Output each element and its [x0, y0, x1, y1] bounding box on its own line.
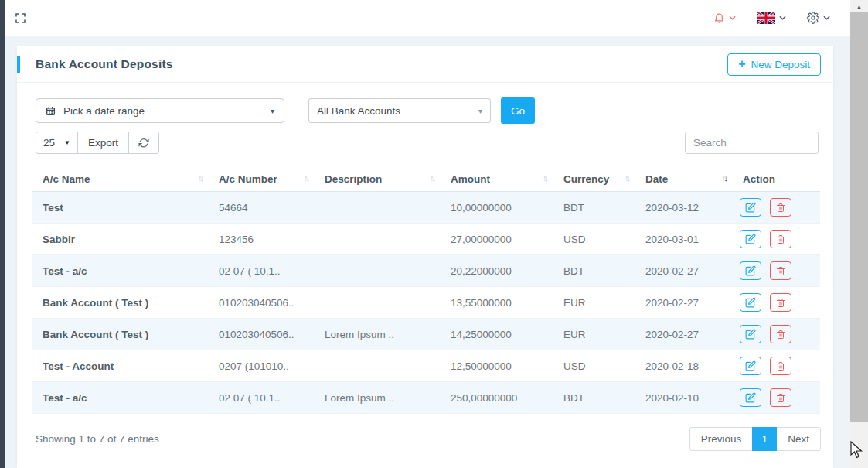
deposits-card: Bank Account Deposits + New Deposit Pick…	[17, 46, 833, 468]
sort-arrows-icon: ↑↓	[722, 173, 726, 183]
export-button[interactable]: Export	[77, 132, 129, 154]
edit-button[interactable]	[740, 325, 761, 343]
column-header-a-c-name[interactable]: A/c Name↑↓	[32, 166, 208, 192]
cell-actions	[732, 319, 820, 350]
delete-button[interactable]	[770, 388, 791, 407]
edit-button[interactable]	[740, 388, 761, 407]
cell-amount: 20,22000000	[440, 255, 553, 287]
cell-description	[314, 287, 440, 319]
delete-button[interactable]	[770, 357, 791, 375]
trash-icon	[776, 361, 785, 371]
fullscreen-toggle-button[interactable]	[15, 13, 26, 23]
delete-button[interactable]	[770, 325, 791, 343]
cell-actions	[732, 350, 820, 382]
column-header-action: Action	[732, 166, 820, 192]
delete-button[interactable]	[770, 293, 791, 312]
cell-description: Lorem Ipsum ..	[314, 319, 440, 350]
sort-arrows-icon: ↑↓	[304, 173, 308, 183]
content-area: Bank Account Deposits + New Deposit Pick…	[5, 36, 850, 468]
next-page-button[interactable]: Next	[776, 427, 821, 451]
edit-icon	[745, 234, 756, 244]
cell-name: Test - a/c	[32, 255, 208, 287]
bank-account-select[interactable]: All Bank Accounts ▾	[308, 98, 491, 123]
cell-description	[314, 192, 440, 224]
column-header-date[interactable]: Date↑↓	[635, 166, 732, 192]
cell-number: 02 07 ( 10.1..	[208, 255, 314, 287]
notifications-dropdown[interactable]	[713, 12, 736, 24]
cell-number: 010203040506..	[208, 319, 314, 350]
cell-description	[314, 255, 440, 287]
trash-icon	[776, 266, 785, 276]
vertical-scrollbar[interactable]: ▲	[850, 0, 868, 468]
plus-icon: +	[738, 58, 745, 70]
edit-icon	[745, 329, 756, 340]
caret-down-icon: ▼	[64, 139, 70, 146]
bank-account-selected-value: All Bank Accounts	[317, 105, 400, 117]
table-row: Bank Account ( Test )010203040506..13,55…	[32, 287, 820, 319]
cell-description	[314, 224, 440, 255]
edit-icon	[745, 392, 756, 403]
edit-button[interactable]	[740, 293, 761, 312]
delete-button[interactable]	[770, 198, 791, 217]
delete-button[interactable]	[770, 261, 791, 280]
cell-name: Bank Account ( Test )	[32, 287, 208, 319]
caret-down-icon: ▾	[478, 107, 482, 115]
deposits-table-wrap: A/c Name↑↓A/c Number↑↓Description↑↓Amoun…	[32, 166, 820, 414]
edit-icon	[745, 265, 756, 276]
table-row: Bank Account ( Test )010203040506..Lorem…	[32, 319, 820, 350]
cell-number: 02 07 ( 10.1..	[208, 382, 314, 414]
delete-button[interactable]	[770, 230, 791, 248]
go-button[interactable]: Go	[501, 97, 535, 124]
new-deposit-button[interactable]: + New Deposit	[727, 53, 821, 76]
table-row: Test - Account0207 (101010..12,50000000U…	[32, 350, 820, 382]
cell-description: Lorem Ipsum ..	[314, 382, 440, 414]
cell-actions	[732, 224, 820, 255]
cell-amount: 27,00000000	[440, 224, 553, 255]
uk-flag-icon	[757, 12, 775, 24]
column-header-amount[interactable]: Amount↑↓	[440, 166, 553, 192]
cell-name: Sabbir	[32, 224, 208, 255]
scroll-up-arrow-icon[interactable]: ▲	[850, 0, 868, 12]
column-header-currency[interactable]: Currency↑↓	[553, 166, 635, 192]
table-row: Test - a/c02 07 ( 10.1..20,22000000BDT20…	[32, 255, 820, 287]
current-page-button[interactable]: 1	[752, 427, 777, 451]
cell-name: Test - a/c	[32, 382, 208, 414]
cell-actions	[732, 255, 820, 287]
cell-currency: BDT	[553, 382, 635, 414]
sort-arrows-icon: ↑↓	[543, 173, 546, 183]
settings-dropdown[interactable]	[807, 12, 830, 24]
refresh-button[interactable]	[128, 132, 159, 154]
edit-button[interactable]	[740, 357, 761, 375]
cell-currency: EUR	[553, 319, 635, 350]
refresh-icon	[138, 138, 149, 148]
top-navbar	[5, 0, 850, 36]
edit-button[interactable]	[740, 230, 761, 248]
column-header-description[interactable]: Description↑↓	[314, 166, 440, 192]
cell-currency: BDT	[553, 255, 635, 287]
search-input[interactable]	[685, 132, 819, 154]
cell-number: 123456	[208, 224, 314, 255]
cell-name: Test	[32, 192, 208, 224]
new-deposit-label: New Deposit	[751, 59, 810, 70]
table-header-row: A/c Name↑↓A/c Number↑↓Description↑↓Amoun…	[32, 166, 820, 192]
card-header: Bank Account Deposits + New Deposit	[17, 46, 833, 83]
collapsed-sidebar-strip	[0, 0, 5, 468]
cell-currency: USD	[553, 350, 635, 382]
column-header-a-c-number[interactable]: A/c Number↑↓	[208, 166, 314, 192]
gear-icon	[807, 12, 819, 24]
date-range-picker[interactable]: Pick a date range ▾	[36, 98, 284, 123]
table-row: Test - a/c02 07 ( 10.1..Lorem Ipsum ..25…	[32, 382, 820, 414]
previous-page-button[interactable]: Previous	[689, 427, 754, 451]
language-dropdown[interactable]	[757, 12, 786, 24]
table-controls-row: 25 ▼ Export	[36, 132, 821, 154]
cell-amount: 14,25000000	[440, 319, 553, 350]
calendar-icon	[46, 106, 56, 116]
cell-number: 54664	[208, 192, 314, 224]
scrollbar-thumb[interactable]	[850, 12, 868, 422]
edit-button[interactable]	[740, 198, 761, 217]
cell-currency: BDT	[553, 192, 635, 224]
table-row: Test5466410,00000000BDT2020-03-12	[32, 192, 820, 224]
page-size-select[interactable]: 25 ▼	[36, 132, 78, 154]
edit-button[interactable]	[740, 261, 761, 280]
cell-actions	[732, 382, 820, 414]
